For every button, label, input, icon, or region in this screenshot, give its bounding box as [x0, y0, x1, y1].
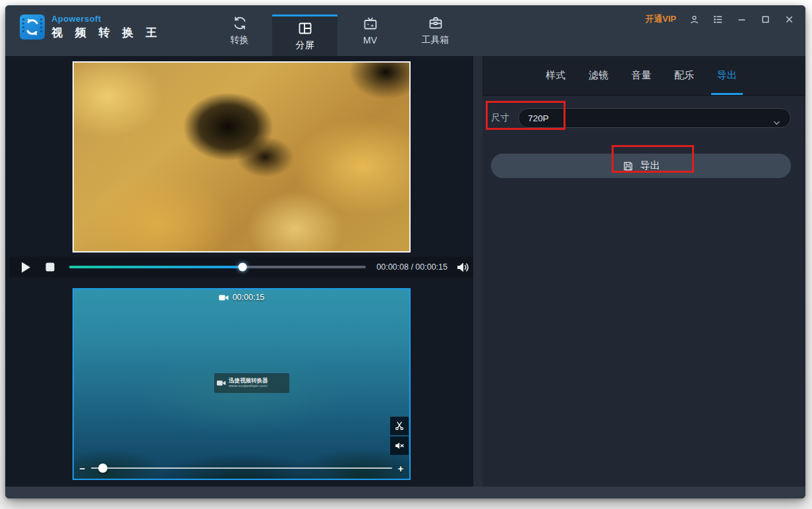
size-label: 尺寸: [491, 112, 509, 124]
mute-button[interactable]: [390, 436, 409, 455]
save-icon: [622, 160, 634, 172]
settings-panel: 样式 滤镜 音量 配乐 导出 尺寸 720P: [482, 56, 805, 487]
split-screen-icon: [297, 20, 313, 36]
tab-mv-label: MV: [363, 35, 377, 45]
stop-icon[interactable]: [45, 262, 55, 272]
watermark-url: www.xunjieshipin.com: [229, 384, 268, 388]
trim-button[interactable]: [390, 417, 409, 435]
play-icon[interactable]: [21, 262, 31, 273]
tab-export[interactable]: 导出: [711, 56, 743, 95]
tab-volume[interactable]: 音量: [625, 56, 657, 95]
main-nav: 转换 分屏: [207, 5, 468, 56]
status-bar: [5, 487, 805, 498]
close-icon[interactable]: [784, 14, 795, 25]
bottom-video-preview[interactable]: 00:00:15 迅捷视频转换器 www.xunjieshipin.com: [72, 288, 411, 480]
seek-bar-thumb[interactable]: [239, 263, 247, 272]
size-dropdown-value: 720P: [528, 113, 549, 123]
scissors-icon: [394, 421, 405, 431]
tab-convert-label: 转换: [231, 34, 249, 46]
top-video-preview[interactable]: [72, 61, 411, 253]
camera-icon: [219, 293, 229, 302]
time-display: 00:00:08 / 00:00:15: [374, 262, 448, 272]
screenshot-stage: Apowersoft 视 频 转 换 王 转换: [0, 0, 812, 509]
app-logo-icon: [20, 15, 45, 40]
mute-icon: [394, 440, 405, 451]
size-dropdown[interactable]: 720P: [518, 108, 791, 128]
zoom-slider-thumb[interactable]: [98, 464, 107, 473]
tab-style[interactable]: 样式: [540, 56, 571, 95]
vip-upgrade-link[interactable]: 开通VIP: [645, 13, 676, 25]
zoom-in-button[interactable]: +: [396, 463, 405, 474]
brand-name: Apowersoft: [51, 14, 161, 24]
size-setting-row: 尺寸 720P: [491, 108, 791, 128]
minimize-icon[interactable]: [736, 14, 747, 25]
playback-controls: 00:00:08 / 00:00:15: [9, 256, 473, 278]
zoom-slider-track[interactable]: [91, 467, 392, 469]
tab-filter[interactable]: 滤镜: [583, 56, 614, 95]
convert-icon: [232, 15, 248, 31]
clip-zoom-slider: − +: [78, 463, 405, 473]
seek-bar-fill: [69, 266, 243, 268]
brand: Apowersoft 视 频 转 换 王: [20, 14, 161, 40]
source-watermark: 迅捷视频转换器 www.xunjieshipin.com: [214, 373, 289, 393]
zoom-out-button[interactable]: −: [78, 463, 87, 474]
tab-split-screen-label: 分屏: [296, 40, 314, 51]
watermark-text: 迅捷视频转换器 www.xunjieshipin.com: [229, 378, 268, 388]
tab-toolbox-label: 工具箱: [422, 34, 450, 46]
tab-split-screen[interactable]: 分屏: [272, 16, 337, 56]
toolbox-icon: [428, 15, 444, 31]
titlebar: Apowersoft 视 频 转 换 王 转换: [5, 5, 805, 56]
maximize-icon[interactable]: [760, 14, 771, 25]
panel-divider: [473, 56, 482, 487]
clip-duration-badge: 00:00:15: [219, 293, 265, 302]
tab-convert[interactable]: 转换: [207, 5, 272, 56]
export-button-label: 导出: [641, 160, 660, 172]
window-controls: 开通VIP: [645, 13, 795, 25]
watermark-camera-icon: [217, 379, 226, 387]
tab-toolbox[interactable]: 工具箱: [403, 5, 468, 56]
user-icon[interactable]: [689, 14, 700, 25]
task-list-icon[interactable]: [712, 14, 724, 25]
brand-text: Apowersoft 视 频 转 换 王: [51, 14, 161, 40]
settings-tabs: 样式 滤镜 音量 配乐 导出: [482, 56, 805, 96]
top-video-frame: [74, 63, 409, 251]
preview-area: 00:00:08 / 00:00:15: [5, 56, 473, 487]
mv-icon: [362, 16, 378, 32]
clip-duration-text: 00:00:15: [233, 293, 265, 302]
tab-music[interactable]: 配乐: [668, 56, 700, 95]
watermark-title: 迅捷视频转换器: [229, 378, 268, 384]
seek-bar[interactable]: [69, 266, 366, 268]
tab-mv[interactable]: MV: [337, 5, 403, 56]
brand-product: 视 频 转 换 王: [51, 25, 161, 40]
volume-icon[interactable]: [457, 262, 469, 273]
export-button[interactable]: 导出: [491, 154, 791, 178]
clip-tool-buttons: [390, 417, 409, 455]
app-window: Apowersoft 视 频 转 换 王 转换: [5, 5, 805, 498]
